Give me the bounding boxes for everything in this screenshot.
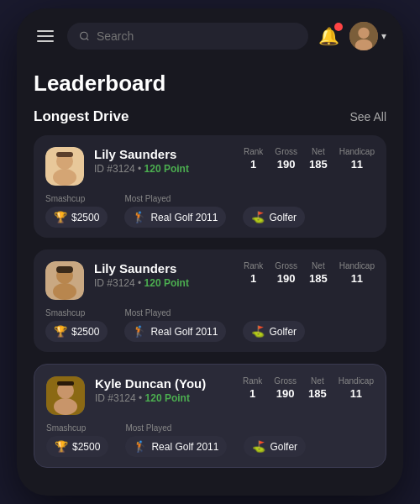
player-name: Lily Saunders xyxy=(94,147,234,161)
notification-bell[interactable]: 🔔 xyxy=(318,26,339,46)
golfer-icon: ⛳ xyxy=(252,440,265,453)
most-played-value: Real Golf 2011 xyxy=(150,326,218,338)
player-id: ID #3124 • 120 Point xyxy=(95,392,233,404)
gross-label: Gross xyxy=(275,147,297,156)
page-title: Leaderboard xyxy=(34,71,386,97)
smashcup-col: Smashcup 🏆 $2500 xyxy=(45,194,108,228)
player-id: ID #3124 • 120 Point xyxy=(94,163,234,175)
avatar xyxy=(349,22,378,50)
rank-value: 1 xyxy=(249,387,255,400)
header: 🔔 ▾ xyxy=(17,8,403,64)
search-input[interactable] xyxy=(97,29,297,43)
most-played-col: Most Played 🏌️ Real Golf 2011 xyxy=(124,308,226,342)
most-played-label: Most Played xyxy=(124,308,226,318)
smashcup-label: Smashcup xyxy=(45,308,108,318)
stat-rank: Rank 1 xyxy=(244,261,263,285)
card-top: Lily Saunders ID #3124 • 120 Point Rank … xyxy=(45,147,375,186)
player-avatar xyxy=(45,147,84,186)
golfer-col: ⛳ Golfer xyxy=(244,423,306,457)
smashcup-value: $2500 xyxy=(71,326,99,338)
stat-net: Net 185 xyxy=(309,261,328,285)
player-id: ID #3124 • 120 Point xyxy=(94,277,234,289)
svg-rect-16 xyxy=(57,381,74,386)
golfer-spacer xyxy=(243,194,305,203)
golfer-col: ⛳ Golfer xyxy=(243,308,305,342)
player-card[interactable]: Lily Saunders ID #3124 • 120 Point Rank … xyxy=(34,135,386,238)
user-avatar-menu[interactable]: ▾ xyxy=(349,22,386,50)
svg-point-0 xyxy=(81,32,88,39)
golfer-spacer xyxy=(244,423,306,433)
player-card[interactable]: Lily Saunders ID #3124 • 120 Point Rank … xyxy=(34,249,386,352)
badges-section: Smashcup 🏆 $2500 Most Played 🏌️ Real Gol… xyxy=(45,308,375,342)
svg-rect-8 xyxy=(56,152,73,157)
golfer-label: Golfer xyxy=(269,326,297,338)
stat-rank: Rank 1 xyxy=(244,147,263,171)
smashcup-value: $2500 xyxy=(71,212,99,223)
golfer-label: Golfer xyxy=(270,441,297,453)
handicap-value: 11 xyxy=(351,272,363,285)
svg-line-1 xyxy=(87,38,88,39)
svg-point-3 xyxy=(358,28,369,39)
notification-badge xyxy=(334,23,343,31)
badges-section: Smashcup 🏆 $2500 Most Played 🏌️ Real Gol… xyxy=(46,423,374,457)
most-played-value: Real Golf 2011 xyxy=(151,441,218,453)
handicap-label: Handicap xyxy=(339,376,374,386)
svg-point-11 xyxy=(53,283,76,300)
smashcup-label: Smashcup xyxy=(45,194,108,203)
golfer-col: ⛳ Golfer xyxy=(243,194,305,228)
badges-section: Smashcup 🏆 $2500 Most Played 🏌️ Real Gol… xyxy=(45,194,375,228)
handicap-value: 11 xyxy=(350,387,362,400)
chevron-down-icon: ▾ xyxy=(381,30,386,42)
gross-value: 190 xyxy=(276,387,295,400)
most-played-col: Most Played 🏌️ Real Golf 2011 xyxy=(125,423,227,457)
smashcup-value: $2500 xyxy=(72,441,100,453)
stat-handicap: Handicap 11 xyxy=(339,261,375,285)
section-title: Longest Drive xyxy=(34,108,129,125)
svg-rect-12 xyxy=(56,266,73,273)
player-avatar xyxy=(45,261,84,300)
handicap-label: Handicap xyxy=(339,261,375,270)
stats-block: Rank 1 Gross 190 Net 185 Handicap 11 xyxy=(244,261,375,285)
most-played-label: Most Played xyxy=(124,194,226,203)
stat-rank: Rank 1 xyxy=(243,376,262,400)
stat-net: Net 185 xyxy=(309,147,328,171)
golfer-badge: ⛳ Golfer xyxy=(244,436,306,457)
game-icon: 🏌️ xyxy=(133,211,146,223)
menu-button[interactable] xyxy=(34,27,57,45)
smashcup-badge: 🏆 $2500 xyxy=(46,436,108,457)
trophy-icon: 🏆 xyxy=(55,440,68,453)
rank-label: Rank xyxy=(244,147,263,156)
player-points: 120 Point xyxy=(144,163,189,175)
golfer-icon: ⛳ xyxy=(251,211,265,223)
header-actions: 🔔 ▾ xyxy=(318,22,386,50)
smashcup-col: Smashcup 🏆 $2500 xyxy=(45,308,108,342)
leaderboard-list: Lily Saunders ID #3124 • 120 Point Rank … xyxy=(34,135,386,468)
search-bar[interactable] xyxy=(67,23,308,50)
player-info: Kyle Duncan (You) ID #3124 • 120 Point xyxy=(95,376,233,404)
phone-shell: 🔔 ▾ Leaderboard Longest Drive See All xyxy=(17,8,403,496)
net-value: 185 xyxy=(309,272,328,285)
content-area: Leaderboard Longest Drive See All Lily S… xyxy=(17,64,403,494)
player-name: Kyle Duncan (You) xyxy=(95,376,233,391)
most-played-label: Most Played xyxy=(125,423,227,433)
golfer-icon: ⛳ xyxy=(251,325,265,338)
player-card[interactable]: Kyle Duncan (You) ID #3124 • 120 Point R… xyxy=(34,364,386,468)
see-all-button[interactable]: See All xyxy=(349,110,386,123)
golfer-label: Golfer xyxy=(269,212,297,223)
stat-net: Net 185 xyxy=(308,376,327,400)
svg-point-15 xyxy=(54,398,77,415)
most-played-col: Most Played 🏌️ Real Golf 2011 xyxy=(124,194,226,228)
handicap-label: Handicap xyxy=(339,147,375,156)
most-played-value: Real Golf 2011 xyxy=(150,212,218,223)
trophy-icon: 🏆 xyxy=(54,211,67,223)
smashcup-col: Smashcup 🏆 $2500 xyxy=(46,423,108,457)
stat-gross: Gross 190 xyxy=(275,147,297,171)
game-icon: 🏌️ xyxy=(133,325,146,338)
net-value: 185 xyxy=(308,387,327,400)
golfer-badge: ⛳ Golfer xyxy=(243,207,305,228)
net-label: Net xyxy=(311,376,324,386)
player-avatar xyxy=(46,376,85,415)
net-label: Net xyxy=(312,261,325,270)
stats-block: Rank 1 Gross 190 Net 185 Handicap 11 xyxy=(243,376,374,400)
smashcup-badge: 🏆 $2500 xyxy=(45,321,108,342)
